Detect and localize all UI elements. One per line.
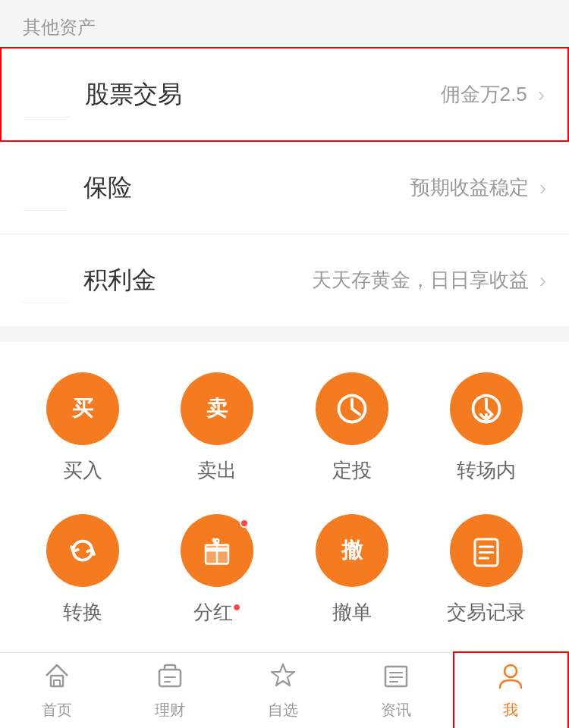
gold-icon — [23, 257, 68, 303]
transfer-in-button[interactable]: 转场内 — [429, 372, 543, 484]
svg-point-34 — [505, 665, 517, 677]
cancel-order-button[interactable]: 撤 撤单 — [295, 514, 409, 626]
nav-finance-label: 理财 — [155, 700, 185, 720]
gold-item[interactable]: 积利金 天天存黄金，日日享收益 › — [0, 234, 569, 327]
stock-trading-item[interactable]: 股票交易 佣金万2.5 › — [0, 47, 569, 142]
transfer-in-icon — [450, 372, 523, 445]
stock-trading-chevron: › — [538, 83, 545, 107]
cancel-order-label: 撤单 — [332, 599, 372, 626]
convert-button[interactable]: 转换 — [26, 514, 140, 626]
stock-trading-title: 股票交易 — [85, 78, 441, 111]
nav-me[interactable]: 我 — [453, 651, 569, 728]
nav-home[interactable]: 首页 — [0, 653, 113, 728]
nav-watchlist-label: 自选 — [268, 700, 298, 720]
transfer-in-label: 转场内 — [457, 457, 516, 484]
insurance-title: 保险 — [83, 171, 410, 205]
scheduled-icon — [316, 372, 388, 445]
convert-icon — [46, 514, 119, 587]
nav-news-label: 资讯 — [381, 700, 411, 720]
nav-me-label: 我 — [503, 700, 518, 720]
cancel-order-icon: 撤 — [316, 514, 388, 587]
dividend-button[interactable]: 分红● — [160, 514, 274, 626]
svg-marker-29 — [272, 664, 294, 686]
nav-finance[interactable]: 理财 — [113, 653, 226, 728]
action-grid: 买 买入 卖 卖出 定投 — [0, 342, 569, 671]
sell-icon: 卖 — [181, 372, 253, 445]
insurance-subtitle: 预期收益稳定 — [410, 174, 529, 201]
convert-label: 转换 — [63, 599, 102, 626]
sell-label: 卖出 — [197, 457, 237, 484]
me-icon — [495, 661, 526, 695]
buy-label: 买入 — [63, 457, 102, 484]
home-icon — [42, 661, 72, 695]
grid-row-1: 买 买入 卖 卖出 定投 — [0, 365, 569, 507]
nav-watchlist[interactable]: 自选 — [226, 653, 339, 728]
news-icon — [381, 661, 411, 695]
stock-trading-subtitle: 佣金万2.5 — [441, 81, 527, 108]
watchlist-icon — [268, 661, 298, 695]
nav-home-label: 首页 — [42, 700, 72, 720]
svg-line-10 — [352, 409, 360, 415]
asset-list: 股票交易 佣金万2.5 › 保险 预期收益稳定 › — [0, 47, 569, 327]
grid-row-2: 转换 分红● 撤 撤单 — [0, 507, 569, 648]
stock-icon — [24, 71, 70, 118]
buy-button[interactable]: 买 买入 — [26, 372, 140, 484]
insurance-icon — [23, 165, 68, 211]
trade-records-label: 交易记录 — [447, 599, 526, 626]
gold-chevron: › — [539, 268, 546, 293]
trade-records-icon — [450, 514, 523, 587]
trade-records-button[interactable]: 交易记录 — [429, 514, 543, 626]
scheduled-label: 定投 — [332, 457, 372, 484]
sell-button[interactable]: 卖 卖出 — [160, 372, 274, 484]
scheduled-button[interactable]: 定投 — [295, 372, 409, 484]
dividend-label: 分红● — [193, 599, 241, 626]
insurance-chevron: › — [539, 176, 546, 200]
dividend-icon — [181, 514, 253, 587]
nav-news[interactable]: 资讯 — [340, 653, 453, 728]
insurance-item[interactable]: 保险 预期收益稳定 › — [0, 142, 569, 234]
section-label: 其他资产 — [0, 0, 569, 47]
gold-subtitle: 天天存黄金，日日享收益 — [312, 267, 529, 293]
buy-icon: 买 — [46, 372, 119, 445]
bottom-navigation: 首页 理财 自选 资讯 — [0, 652, 569, 728]
gold-title: 积利金 — [83, 264, 312, 297]
finance-icon — [155, 661, 185, 695]
